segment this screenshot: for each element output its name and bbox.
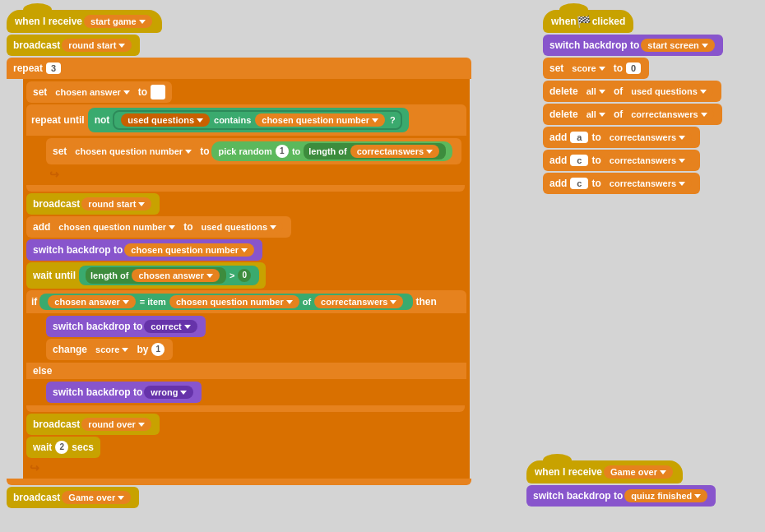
wait-until-block[interactable]: wait until length of chosen answer > 0 [26,262,466,289]
pick-random-block: pick random 1 to length of correctanswer… [211,141,452,161]
add-c2-block[interactable]: add c to correctanswers [543,173,723,194]
loop-arrow2: ↪ [26,460,466,476]
if-then-else-block[interactable]: if chosen answer = item chosen question … [26,290,466,412]
when-clicked-block[interactable]: when 🏁 clicked [543,10,723,33]
add-c-block[interactable]: add c to correctanswers [543,150,723,171]
switch-wrong-block[interactable]: switch backdrop to wrong [46,382,461,403]
not-block: not used questions contains chosen quest… [88,108,409,132]
switch-backdrop-qnum-block[interactable]: switch backdrop to chosen question numbe… [26,239,466,261]
add-a-block[interactable]: add a to correctanswers [543,127,723,148]
broadcast-label: broadcast [13,39,60,51]
switch-quiuz-block[interactable]: switch backdrop to quiuz finished [526,485,716,507]
loop-arrow: ↪ [46,166,461,183]
add-to-used-block[interactable]: add chosen question number to used quest… [26,216,466,238]
chosen-answer-var[interactable]: chosen answer [49,86,136,99]
broadcast1-value[interactable]: round start [62,39,132,52]
receive-value[interactable]: start game [84,15,152,28]
broadcast2-block[interactable]: broadcast round start [26,193,466,215]
receive-gameover-block[interactable]: when I receive Game over [526,460,716,483]
delete-used-block[interactable]: delete all of used questions [543,81,723,102]
set-chosen-answer-block[interactable]: set chosen answer to [26,81,466,103]
switch-correct-block[interactable]: switch backdrop to correct [46,316,461,337]
wait-condition: length of chosen answer > 0 [79,266,259,285]
repeat-until-block[interactable]: repeat until not used questions contains [26,104,466,192]
set-score-block[interactable]: set score to 0 [543,58,723,79]
if-condition: chosen answer = item chosen question num… [39,294,413,310]
flag-icon: 🏁 [577,15,591,28]
event-receive-block[interactable]: when I receive start game [7,10,471,33]
broadcast1-block[interactable]: broadcast round start [7,35,471,56]
broadcast-round-over-block[interactable]: broadcast round over [26,414,466,435]
set-chosen-qnum-block[interactable]: set chosen question number to pick rando… [46,138,461,164]
broadcast-gameover-block[interactable]: broadcast Game over [7,487,471,508]
repeat-value: 3 [46,62,61,74]
delete-correct-block[interactable]: delete all of correctanswers [543,104,723,125]
wait-2-secs-block[interactable]: wait 2 secs [26,437,466,458]
change-score-block[interactable]: change score by 1 [46,339,461,360]
repeat3-block[interactable]: repeat 3 set chosen answer to [7,58,471,485]
event-label: when I receive [15,16,82,27]
switch-backdrop-start-block[interactable]: switch backdrop to start screen [543,35,723,56]
